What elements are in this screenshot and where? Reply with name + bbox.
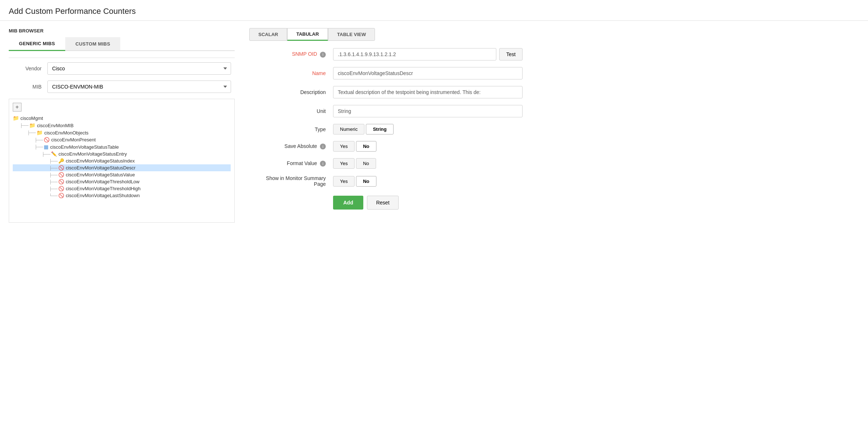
save-absolute-toggle-group: Yes No — [333, 141, 376, 152]
snmp-oid-row: SNMP OID i Test — [253, 48, 856, 60]
format-value-yes-button[interactable]: Yes — [333, 158, 355, 169]
save-absolute-no-button[interactable]: No — [356, 141, 376, 152]
format-value-no-button[interactable]: No — [356, 158, 376, 169]
no-entry-icon: 🚫 — [58, 186, 64, 191]
key-icon: 🔑 — [58, 158, 64, 164]
type-numeric-button[interactable]: Numeric — [333, 124, 364, 134]
page-header: Add Custom Performance Counters — [0, 0, 868, 21]
name-row: Name — [253, 67, 856, 79]
save-absolute-yes-button[interactable]: Yes — [333, 141, 355, 152]
mib-select[interactable]: CISCO-ENVMON-MIB — [47, 81, 231, 93]
save-absolute-info-icon[interactable]: i — [320, 144, 326, 149]
description-input[interactable] — [333, 86, 523, 98]
no-entry-icon: 🚫 — [58, 193, 64, 198]
folder-icon: 📁 — [13, 115, 19, 121]
tree-node-label: ciscoEnvMonPresent — [51, 137, 95, 142]
tree-node-ciscoMgmt[interactable]: 📁 ciscoMgmt — [13, 114, 231, 122]
show-monitor-no-button[interactable]: No — [356, 176, 376, 187]
tree-node-label: ciscoEnvMonVoltageLastShutdown — [66, 193, 140, 198]
no-entry-icon: 🚫 — [44, 137, 50, 142]
show-monitor-label: Show in Monitor Summary Page — [253, 175, 326, 187]
tree-node-ciscoEnvMonVoltageStatusEntry[interactable]: ├── ✏️ ciscoEnvMonVoltageStatusEntry — [13, 150, 231, 157]
tree-node-label: ciscoEnvMonVoltageStatusTable — [50, 144, 119, 150]
format-value-row: Format Value i Yes No — [253, 158, 856, 169]
tree-node-ciscoEnvMonVoltageLastShutdown[interactable]: └── 🚫 ciscoEnvMonVoltageLastShutdown — [13, 192, 231, 199]
tab-tabular[interactable]: TABULAR — [287, 28, 328, 41]
tree-node-ciscoEnvMonVoltageStatusIndex[interactable]: ├── 🔑 ciscoEnvMonVoltageStatusIndex — [13, 157, 231, 164]
tree-node-label: ciscoEnvMonVoltageStatusIndex — [66, 158, 134, 164]
mib-row: MIB CISCO-ENVMON-MIB — [9, 81, 235, 93]
name-label: Name — [253, 70, 326, 76]
mib-tab-bar: GENERIC MIBS CUSTOM MIBS — [9, 37, 235, 51]
entry-icon: ✏️ — [51, 151, 57, 157]
show-monitor-yes-button[interactable]: Yes — [333, 176, 355, 187]
vendor-label: Vendor — [12, 66, 42, 71]
tree-node-ciscoEnvMonVoltageThresholdLow[interactable]: ├── 🚫 ciscoEnvMonVoltageThresholdLow — [13, 178, 231, 185]
tree-node-ciscoEnvMonVoltageStatusTable[interactable]: ├── ▦ ciscoEnvMonVoltageStatusTable — [13, 143, 231, 150]
format-value-label: Format Value i — [253, 160, 326, 167]
tree-node-ciscoEnvMonVoltageStatusDescr[interactable]: ├── 🚫 ciscoEnvMonVoltageStatusDescr — [13, 164, 231, 171]
tree-node-label: ciscoEnvMonMIB — [37, 123, 73, 128]
show-monitor-toggle-group: Yes No — [333, 176, 376, 187]
no-entry-icon: 🚫 — [58, 172, 64, 177]
folder-icon: 📁 — [29, 122, 35, 128]
tab-scalar[interactable]: SCALAR — [249, 28, 287, 41]
tree-add-button[interactable]: + — [13, 103, 21, 112]
mib-label: MIB — [12, 84, 42, 90]
tab-custom-mibs[interactable]: CUSTOM MIBS — [65, 37, 121, 50]
tab-table-view[interactable]: TABLE VIEW — [328, 28, 375, 41]
type-row: Type Numeric String — [253, 124, 856, 134]
tree-node-ciscoEnvMonMIB[interactable]: ├── 📁 ciscoEnvMonMIB — [13, 122, 231, 129]
oid-group: Test — [333, 48, 523, 60]
show-monitor-row: Show in Monitor Summary Page Yes No — [253, 175, 856, 187]
tab-generic-mibs[interactable]: GENERIC MIBS — [9, 37, 65, 51]
table-icon: ▦ — [44, 144, 48, 150]
mib-browser-label: MIB BROWSER — [9, 28, 235, 34]
tree-node-ciscoEnvMonVoltageStatusValue[interactable]: ├── 🚫 ciscoEnvMonVoltageStatusValue — [13, 171, 231, 178]
action-row: Add Reset — [253, 196, 856, 210]
unit-input[interactable] — [333, 105, 523, 117]
tree-node-label: ciscoEnvMonVoltageStatusValue — [66, 172, 135, 177]
left-panel: MIB BROWSER GENERIC MIBS CUSTOM MIBS Ven… — [9, 28, 235, 223]
page-title: Add Custom Performance Counters — [9, 7, 859, 16]
snmp-oid-input[interactable] — [333, 48, 496, 60]
no-entry-icon: 🚫 — [58, 165, 64, 171]
tree-node-ciscoEnvMonVoltageThresholdHigh[interactable]: ├── 🚫 ciscoEnvMonVoltageThresholdHigh — [13, 185, 231, 192]
test-button[interactable]: Test — [499, 48, 523, 60]
snmp-oid-label: SNMP OID i — [253, 51, 326, 58]
save-absolute-label: Save Absolute i — [253, 143, 326, 150]
view-tab-bar: SCALAR TABULAR TABLE VIEW — [249, 28, 859, 41]
tree-container: + 📁 ciscoMgmt ├── 📁 ciscoEnvMonMIB ├── 📁… — [9, 99, 235, 223]
format-value-info-icon[interactable]: i — [320, 161, 326, 167]
no-entry-icon: 🚫 — [58, 179, 64, 184]
type-string-button[interactable]: String — [366, 124, 394, 134]
tree-node-ciscoEnvMonPresent[interactable]: ├── 🚫 ciscoEnvMonPresent — [13, 136, 231, 143]
unit-row: Unit — [253, 105, 856, 117]
description-row: Description — [253, 86, 856, 98]
tree-node-label: ciscoEnvMonVoltageThresholdHigh — [66, 186, 140, 191]
type-toggle-group: Numeric String — [333, 124, 394, 134]
tree-node-label: ciscoEnvMonVoltageThresholdLow — [66, 179, 139, 184]
detail-form: SNMP OID i Test Name Description U — [249, 48, 859, 210]
reset-button[interactable]: Reset — [367, 196, 399, 210]
divider — [9, 58, 235, 58]
save-absolute-row: Save Absolute i Yes No — [253, 141, 856, 152]
vendor-row: Vendor Cisco — [9, 62, 235, 75]
description-label: Description — [253, 89, 326, 95]
add-button[interactable]: Add — [333, 196, 363, 210]
type-label: Type — [253, 126, 326, 132]
format-value-toggle-group: Yes No — [333, 158, 376, 169]
folder-icon: 📁 — [36, 130, 43, 136]
vendor-select[interactable]: Cisco — [47, 62, 231, 75]
snmp-oid-info-icon[interactable]: i — [320, 52, 326, 58]
tree-node-label: ciscoEnvMonObjects — [44, 130, 88, 136]
tree-node-label: ciscoEnvMonVoltageStatusDescr — [66, 165, 135, 171]
name-input[interactable] — [333, 67, 523, 79]
right-panel: SCALAR TABULAR TABLE VIEW SNMP OID i Tes… — [249, 28, 859, 223]
tree-node-ciscoEnvMonObjects[interactable]: ├── 📁 ciscoEnvMonObjects — [13, 129, 231, 136]
tree-node-label: ciscoMgmt — [20, 116, 43, 121]
main-content: MIB BROWSER GENERIC MIBS CUSTOM MIBS Ven… — [0, 21, 868, 230]
tree-node-label: ciscoEnvMonVoltageStatusEntry — [58, 151, 127, 157]
unit-label: Unit — [253, 108, 326, 114]
